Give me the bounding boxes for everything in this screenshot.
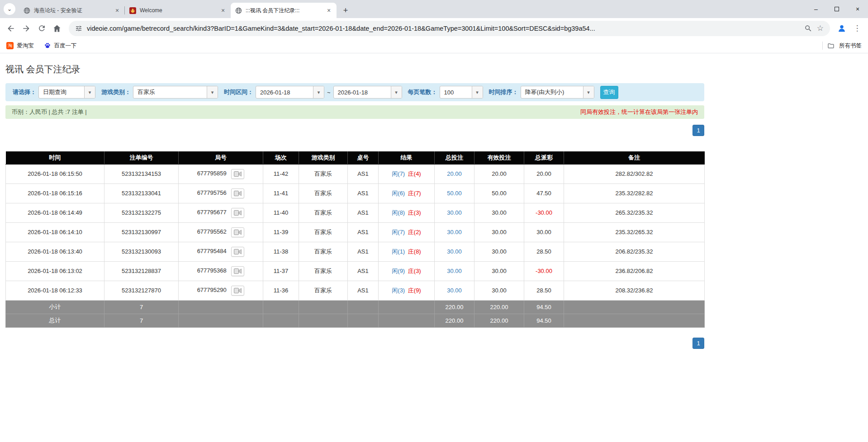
tab-title: 海燕论坛 - 安全验证 bbox=[34, 7, 110, 14]
chevron-down-icon: ⌄ bbox=[7, 6, 12, 12]
forward-arrow-icon bbox=[22, 24, 31, 33]
result-banker: 庄(2) bbox=[408, 229, 421, 235]
round-number: 677795562 bbox=[197, 228, 227, 235]
forward-button[interactable] bbox=[19, 21, 33, 36]
per-page-select[interactable]: ▾ bbox=[440, 86, 483, 99]
cell-game: 百家乐 bbox=[299, 242, 348, 261]
video-camera-icon bbox=[234, 249, 242, 254]
result-banker: 庄(7) bbox=[408, 190, 421, 197]
total-bet-link[interactable]: 20.00 bbox=[447, 170, 462, 177]
result-player: 闲(7) bbox=[392, 170, 405, 177]
video-replay-button[interactable] bbox=[231, 188, 244, 198]
cell-session: 11-36 bbox=[263, 281, 299, 300]
cell-time: 2026-01-18 06:14:49 bbox=[6, 203, 104, 222]
cell-remark: 235.32/265.32 bbox=[564, 222, 705, 242]
video-replay-button[interactable] bbox=[231, 208, 244, 218]
browser-menu-button[interactable]: ⋮ bbox=[850, 21, 864, 36]
dropdown-arrow-icon[interactable]: ▾ bbox=[207, 86, 218, 98]
cell-result: 闲(3) 庄(9) bbox=[379, 281, 435, 300]
total-bet-link[interactable]: 30.00 bbox=[447, 248, 462, 255]
tab-bet-record[interactable]: :::视讯 会员下注纪录::: × bbox=[231, 3, 337, 18]
tab-bar: ⌄ 海燕论坛 - 安全验证 × Welcome × :::视讯 会员下注纪录::… bbox=[0, 0, 868, 18]
total-bet-link[interactable]: 50.00 bbox=[447, 190, 462, 197]
date-start-picker[interactable]: ▾ bbox=[256, 86, 324, 99]
cell-valid-bet: 50.00 bbox=[474, 183, 524, 203]
table-header-row: 时间 注单编号 局号 场次 游戏类别 桌号 结果 总投注 有效投注 总派彩 备注 bbox=[6, 151, 705, 164]
game-category-select[interactable]: 百家乐 ▾ bbox=[133, 86, 218, 99]
bookmark-taobao[interactable]: 淘 爱淘宝 bbox=[6, 42, 34, 50]
total-bet-link[interactable]: 30.00 bbox=[447, 287, 462, 294]
globe-icon bbox=[23, 7, 30, 14]
header-payout: 总派彩 bbox=[524, 151, 564, 164]
page-1-button[interactable]: 1 bbox=[693, 125, 704, 136]
table-row: 2026-01-18 06:14:10 523132130997 6777955… bbox=[6, 222, 705, 242]
dropdown-arrow-icon[interactable]: ▾ bbox=[84, 86, 95, 98]
video-camera-icon bbox=[234, 191, 242, 196]
cell-payout: -30.00 bbox=[524, 261, 564, 281]
back-button[interactable] bbox=[4, 21, 18, 36]
video-replay-button[interactable] bbox=[231, 247, 244, 257]
divider bbox=[822, 42, 823, 50]
dropdown-arrow-icon[interactable]: ▾ bbox=[583, 86, 594, 98]
tab-welcome[interactable]: Welcome × bbox=[125, 3, 231, 18]
header-time: 时间 bbox=[6, 151, 104, 164]
page-1-button[interactable]: 1 bbox=[693, 338, 704, 349]
filter-bar: 请选择： 日期查询 ▾ 游戏类别： 百家乐 ▾ 时间区间： ▾ ~ ▾ 每页笔数… bbox=[5, 83, 704, 101]
date-end-picker[interactable]: ▾ bbox=[333, 86, 402, 99]
video-replay-button[interactable] bbox=[231, 266, 244, 276]
dropdown-arrow-icon[interactable]: ▾ bbox=[313, 86, 324, 98]
cell-session: 11-37 bbox=[263, 261, 299, 281]
result-player: 闲(7) bbox=[392, 229, 405, 235]
zoom-icon[interactable] bbox=[804, 24, 812, 33]
bookmark-label: 百度一下 bbox=[54, 42, 77, 50]
tab-search-button[interactable]: ⌄ bbox=[4, 3, 15, 15]
page-title: 视讯 会员下注纪录 bbox=[5, 53, 704, 75]
cell-time: 2026-01-18 06:12:33 bbox=[6, 281, 104, 300]
date-end-input[interactable] bbox=[334, 86, 391, 98]
total-bet-link[interactable]: 30.00 bbox=[447, 209, 462, 216]
payout-value: 30.00 bbox=[536, 229, 551, 235]
site-settings-icon[interactable] bbox=[75, 25, 82, 32]
cell-valid-bet: 30.00 bbox=[474, 222, 524, 242]
video-replay-button[interactable] bbox=[231, 227, 244, 237]
new-tab-button[interactable]: + bbox=[339, 4, 352, 17]
query-type-label: 请选择： bbox=[13, 88, 36, 96]
cell-payout: 47.50 bbox=[524, 183, 564, 203]
video-replay-button[interactable] bbox=[231, 286, 244, 296]
bookmark-star-icon[interactable]: ☆ bbox=[817, 24, 824, 33]
total-bet-link[interactable]: 30.00 bbox=[447, 268, 462, 274]
game-category-value: 百家乐 bbox=[133, 86, 207, 98]
tab-forum[interactable]: 海燕论坛 - 安全验证 × bbox=[19, 3, 125, 18]
per-page-input[interactable] bbox=[440, 86, 472, 98]
query-type-value: 日期查询 bbox=[39, 86, 84, 98]
header-game: 游戏类别 bbox=[299, 151, 348, 164]
date-start-input[interactable] bbox=[256, 86, 313, 98]
table-row: 2026-01-18 06:13:02 523132128837 6777953… bbox=[6, 261, 705, 281]
cell-payout: 28.50 bbox=[524, 281, 564, 300]
cell-result: 闲(7) 庄(4) bbox=[379, 164, 435, 183]
close-icon[interactable]: × bbox=[219, 7, 227, 14]
sort-order-select[interactable]: 降幂(由大到小) ▾ bbox=[521, 86, 594, 99]
search-button[interactable]: 查询 bbox=[600, 86, 618, 99]
profile-avatar[interactable] bbox=[835, 21, 849, 36]
dropdown-arrow-icon[interactable]: ▾ bbox=[391, 86, 402, 98]
query-type-select[interactable]: 日期查询 ▾ bbox=[38, 86, 95, 99]
maximize-button[interactable] bbox=[826, 0, 847, 18]
close-icon[interactable]: × bbox=[325, 7, 332, 14]
cell-payout: 28.50 bbox=[524, 242, 564, 261]
close-icon[interactable]: × bbox=[114, 7, 121, 14]
grand-total-payout: 94.50 bbox=[524, 314, 564, 327]
home-button[interactable] bbox=[50, 21, 64, 36]
cell-remark: 282.82/302.82 bbox=[564, 164, 705, 183]
reload-button[interactable] bbox=[34, 21, 49, 36]
close-window-button[interactable]: × bbox=[847, 0, 868, 18]
minimize-button[interactable]: – bbox=[806, 0, 826, 18]
dropdown-arrow-icon[interactable]: ▾ bbox=[472, 86, 483, 98]
subtotal-payout: 94.50 bbox=[524, 300, 564, 314]
bookmark-baidu[interactable]: 百度一下 bbox=[44, 42, 77, 50]
url-bar[interactable]: videoie.com/game/betrecord_search/kind3?… bbox=[69, 21, 830, 36]
all-bookmarks[interactable]: 所有书签 bbox=[822, 42, 862, 50]
table-row: 2026-01-18 06:15:50 523132134153 6777958… bbox=[6, 164, 705, 183]
video-replay-button[interactable] bbox=[231, 169, 244, 179]
total-bet-link[interactable]: 30.00 bbox=[447, 229, 462, 235]
